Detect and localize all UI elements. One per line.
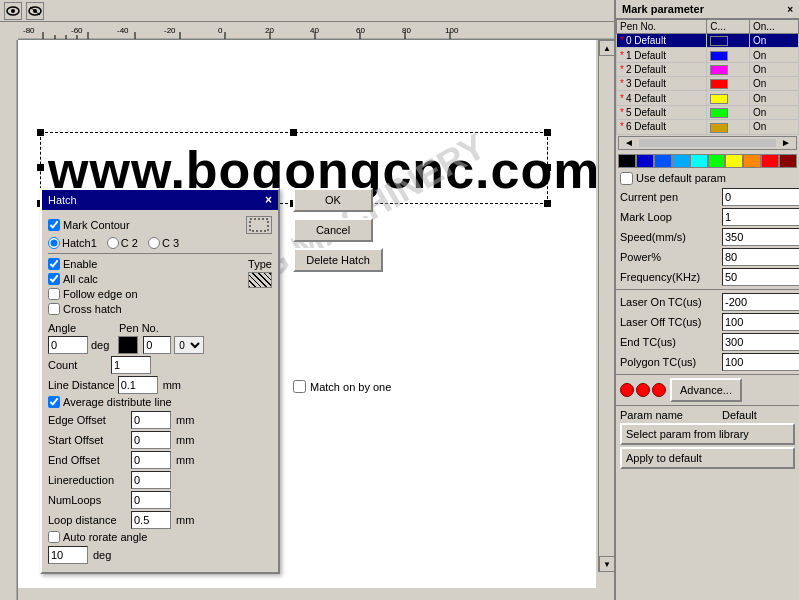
laser-off-input[interactable] bbox=[722, 313, 799, 331]
edge-offset-input[interactable] bbox=[131, 411, 171, 429]
advance-button[interactable]: Advance... bbox=[670, 378, 742, 402]
pen-color-cell bbox=[707, 62, 750, 76]
handle-tr[interactable] bbox=[544, 129, 551, 136]
end-offset-label: End Offset bbox=[48, 454, 128, 466]
scroll-left-btn[interactable]: ◄ bbox=[619, 137, 639, 148]
palette-color-cell[interactable] bbox=[708, 154, 726, 168]
pen-on-cell: On bbox=[750, 77, 799, 91]
palette-color-cell[interactable] bbox=[672, 154, 690, 168]
pen-table: Pen No. C... On... *0 Default On *1 Defa… bbox=[616, 19, 799, 135]
mark-contour-checkbox[interactable]: Mark Contour bbox=[48, 219, 130, 231]
select-param-button[interactable]: Select param from library bbox=[620, 423, 795, 445]
scroll-down-button[interactable]: ▼ bbox=[599, 556, 614, 572]
handle-tl[interactable] bbox=[37, 129, 44, 136]
pen-table-row[interactable]: *0 Default On bbox=[617, 34, 799, 48]
hatch2-radio[interactable]: C 2 bbox=[107, 237, 138, 249]
pen-on-cell: On bbox=[750, 62, 799, 76]
power-input[interactable] bbox=[722, 248, 799, 266]
svg-text:80: 80 bbox=[402, 26, 411, 35]
eye-special-icon[interactable] bbox=[26, 2, 44, 20]
start-offset-unit: mm bbox=[176, 434, 194, 446]
delete-hatch-button[interactable]: Delete Hatch bbox=[293, 248, 383, 272]
count-label: Count bbox=[48, 359, 108, 371]
angle-label: Angle bbox=[48, 322, 108, 334]
pen-star: *0 Default bbox=[617, 34, 707, 48]
handle-br[interactable] bbox=[544, 200, 551, 207]
loop-distance-input[interactable] bbox=[131, 511, 171, 529]
pen-no-input[interactable] bbox=[143, 336, 171, 354]
on-header: On... bbox=[750, 20, 799, 34]
right-panel-close-button[interactable]: × bbox=[787, 4, 793, 15]
scroll-right-btn[interactable]: ► bbox=[776, 137, 796, 148]
laser-off-row: Laser Off TC(us) bbox=[620, 313, 795, 331]
line-distance-label: Line Distance bbox=[48, 379, 115, 391]
pen-table-row[interactable]: *5 Default On bbox=[617, 105, 799, 119]
pen-table-row[interactable]: *1 Default On bbox=[617, 48, 799, 62]
handle-ml[interactable] bbox=[37, 164, 44, 171]
palette-color-cell[interactable] bbox=[779, 154, 797, 168]
palette-color-cell[interactable] bbox=[761, 154, 779, 168]
pen-no-dropdown[interactable]: 012 bbox=[174, 336, 204, 354]
polygon-tc-input[interactable] bbox=[722, 353, 799, 371]
count-input[interactable] bbox=[111, 356, 151, 374]
num-loops-input[interactable] bbox=[131, 491, 171, 509]
avg-distribute-checkbox[interactable]: Average distribute line bbox=[48, 396, 172, 408]
frequency-label: Frequency(KHz) bbox=[620, 271, 720, 283]
laser-off-label: Laser Off TC(us) bbox=[620, 316, 720, 328]
match-hatch-checkbox[interactable] bbox=[293, 380, 306, 393]
eye-open-icon[interactable] bbox=[4, 2, 22, 20]
hatch1-radio[interactable]: Hatch1 bbox=[48, 237, 97, 249]
hatch3-radio[interactable]: C 3 bbox=[148, 237, 179, 249]
pen-table-row[interactable]: *4 Default On bbox=[617, 91, 799, 105]
svg-point-1 bbox=[11, 9, 15, 13]
current-pen-label: Current pen bbox=[620, 191, 720, 203]
line-reduction-input[interactable] bbox=[131, 471, 171, 489]
pen-color-cell bbox=[707, 48, 750, 62]
pen-table-row[interactable]: *6 Default On bbox=[617, 120, 799, 134]
pen-star: *4 Default bbox=[617, 91, 707, 105]
end-tc-label: End TC(us) bbox=[620, 336, 720, 348]
palette-color-cell[interactable] bbox=[725, 154, 743, 168]
palette-color-cell[interactable] bbox=[690, 154, 708, 168]
current-pen-input[interactable] bbox=[722, 188, 799, 206]
laser-on-input[interactable] bbox=[722, 293, 799, 311]
auto-rotate-input[interactable] bbox=[48, 546, 88, 564]
palette-color-cell[interactable] bbox=[618, 154, 636, 168]
use-default-checkbox[interactable] bbox=[620, 172, 633, 185]
line-distance-unit: mm bbox=[163, 379, 181, 391]
main-canvas-area: -80 -60 -40 -20 0 20 40 60 80 100 bbox=[0, 0, 614, 600]
svg-text:-40: -40 bbox=[117, 26, 129, 35]
start-offset-input[interactable] bbox=[131, 431, 171, 449]
apply-default-button[interactable]: Apply to default bbox=[620, 447, 795, 469]
enable-checkbox[interactable]: Enable bbox=[48, 258, 97, 270]
mark-loop-input[interactable] bbox=[722, 208, 799, 226]
palette-color-cell[interactable] bbox=[654, 154, 672, 168]
pen-table-scrollbar[interactable]: ◄ ► bbox=[618, 136, 797, 150]
palette-color-cell[interactable] bbox=[743, 154, 761, 168]
loop-distance-label: Loop distance bbox=[48, 514, 128, 526]
end-offset-input[interactable] bbox=[131, 451, 171, 469]
end-offset-unit: mm bbox=[176, 454, 194, 466]
auto-rotate-checkbox[interactable]: Auto rorate angle bbox=[48, 531, 147, 543]
scroll-thumb bbox=[639, 139, 776, 147]
pen-on-cell: On bbox=[750, 120, 799, 134]
hatch-pattern-preview[interactable] bbox=[248, 272, 272, 288]
pen-table-row[interactable]: *3 Default On bbox=[617, 77, 799, 91]
vertical-scrollbar[interactable]: ▲ ▼ bbox=[598, 40, 614, 572]
ok-button[interactable]: OK bbox=[293, 188, 373, 212]
angle-input[interactable] bbox=[48, 336, 88, 354]
hatch-close-button[interactable]: × bbox=[265, 193, 272, 207]
line-distance-input[interactable] bbox=[118, 376, 158, 394]
all-calc-checkbox[interactable]: All calc bbox=[48, 273, 98, 285]
cross-hatch-checkbox[interactable]: Cross hatch bbox=[48, 303, 122, 315]
speed-input[interactable] bbox=[722, 228, 799, 246]
palette-color-cell[interactable] bbox=[636, 154, 654, 168]
pen-table-row[interactable]: *2 Default On bbox=[617, 62, 799, 76]
cancel-button[interactable]: Cancel bbox=[293, 218, 373, 242]
handle-tm[interactable] bbox=[290, 129, 297, 136]
param-name-value: Default bbox=[722, 409, 757, 421]
follow-edge-checkbox[interactable]: Follow edge on bbox=[48, 288, 138, 300]
scroll-up-button[interactable]: ▲ bbox=[599, 40, 614, 56]
frequency-input[interactable] bbox=[722, 268, 799, 286]
end-tc-input[interactable] bbox=[722, 333, 799, 351]
